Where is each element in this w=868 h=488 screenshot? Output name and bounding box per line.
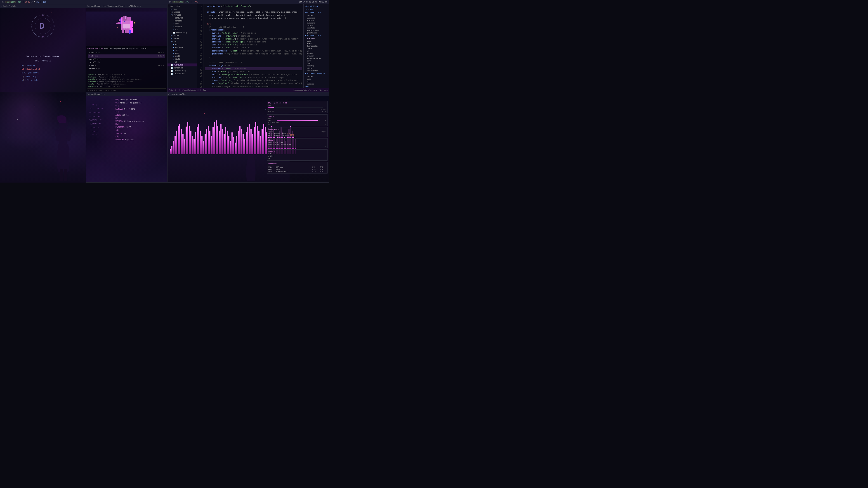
ft-profiles[interactable]: ▼ profiles [167,13,197,17]
link-history[interactable]: [S h] [History] [20,71,66,74]
ft-hardware[interactable]: ▶ hardware [167,46,197,49]
editor-filetree[interactable]: ▼ .dotfiles ▶ .git ▶ patches ▼ profiles … [167,4,197,88]
link-search[interactable]: [o] [Search] [20,64,66,67]
link-close-tab[interactable]: [x] [Close tab] [20,78,66,82]
ft-item-label: flake.nix [174,64,183,66]
temp-val-label: Temp(°) [321,131,327,132]
outline-item[interactable]: spawnEditor [304,70,329,72]
proc-mem-3: 0.1% [320,170,327,172]
ft-personal[interactable]: ▶ personal [167,20,197,22]
outline-item-theme[interactable]: theme [304,47,329,50]
ft-themes[interactable]: ▶ themes [167,37,197,40]
proc-cpu: CPU% [312,165,319,167]
ft-flake-nix[interactable]: 📄 flake.nix [167,64,197,66]
ft-shell[interactable]: ▶ shell [167,55,197,58]
outline-item[interactable]: name [304,78,329,80]
temp-device-label: Device [268,131,273,132]
outline-item[interactable]: src [304,80,329,83]
outline-item[interactable]: email [304,42,329,45]
outline-item[interactable]: hostname [304,17,329,19]
file-list[interactable]: flake.lock 27.5 K flake.nix 2.26 K insta… [88,51,166,71]
outline-item[interactable]: term [304,60,329,62]
vertical-divider-1 [86,4,86,92]
folder-icon: ▶ [170,11,172,13]
outline-item[interactable]: timezone [304,22,329,24]
ft-wm[interactable]: ▶ wm [167,61,197,64]
outline-item[interactable]: fontPkg [304,65,329,67]
code-line: wm = "hyprland"; # selected window manag… [205,82,302,85]
outline-item[interactable]: wm [304,50,329,52]
ft-app[interactable]: ▶ app [167,43,197,46]
filesize: 27.5 K [158,52,164,54]
ft-homelab[interactable]: ▶ home.lab [167,17,197,20]
link-quickmarks[interactable]: [b] [Quickmarks] [20,67,66,71]
outline-item-username[interactable]: username [304,37,329,40]
cpu-stats-row: 0s 0% CPU like [268,109,327,110]
svg-rect-15 [124,21,125,22]
ft-style[interactable]: ▶ style [167,58,197,61]
code-line: systemSettings = { [205,29,302,31]
ft-git[interactable]: ▶ .git [167,8,197,11]
file-item-flake-nix[interactable]: flake.nix 2.26 K [88,55,165,58]
fm-title-text: emmet@snowfire: /home/emmet/.dotfiles/fl… [90,5,141,7]
ft-patches[interactable]: ▶ patches [167,11,197,13]
link-new-tab[interactable]: [t] [New tab] [20,75,66,78]
editor-outline[interactable]: description outputs systemSettings syste… [303,4,329,88]
ft-worklab[interactable]: ▶ worklab [167,25,197,28]
outline-item[interactable]: bootMode [304,27,329,29]
file-item-install-sh[interactable]: install.sh [88,61,165,64]
mem-usage: 100% [25,1,30,3]
code-line: nix-straight, stylix, blocklist-hosts, h… [205,14,302,17]
ft-root[interactable]: ▼ .dotfiles [167,5,197,8]
ft-user[interactable]: ▼ user [167,40,197,43]
status-top: Top [203,89,206,91]
ft-install-sh[interactable]: 📄 install.sh [167,72,197,75]
outline-item[interactable]: editor [304,67,329,70]
cpu-usage: 20% [18,1,21,3]
net-idle: 0% [268,158,327,160]
ft-harden[interactable]: 📄 harden.sh [167,66,197,69]
ft-install-org[interactable]: 📄 install.org [167,69,197,72]
terminal-command: nix-community/scripts re rapidash -f gal… [104,47,147,50]
outline-item[interactable]: wmType [304,52,329,55]
file-icon: 📄 [170,64,173,66]
proc-pid-1: 2520 [268,167,275,169]
proc-name-1: Hyprland [276,167,311,169]
ft-readme-profiles[interactable]: 📄 README.org [167,31,197,34]
ft-system[interactable]: ▶ system [167,34,197,37]
browser-content: D Welcome to Qutebrowser Tech Profile [o… [0,8,86,92]
file-item-flake-lock[interactable]: flake.lock 27.5 K [88,51,165,55]
file-item-install-org[interactable]: install.org [88,58,165,61]
code-line: grubDevice = ""; # device identifier for… [205,53,302,55]
ft-wsl[interactable]: ▶ wsl [167,28,197,31]
network-title: Network [268,151,327,152]
fm-titlebar: ⬡ emmet@snowfire: /home/emmet/.dotfiles/… [86,4,167,8]
proc-row-3: 1316 pipewire-pu... 0.1% 0.1% [268,170,327,172]
outline-item[interactable]: defaultRoamDir [304,57,329,60]
outline-item[interactable]: locale [304,24,329,27]
ft-work[interactable]: ▶ work [167,22,197,25]
outline-item[interactable]: system [304,75,329,78]
outline-item[interactable]: patches [304,83,329,85]
outline-item[interactable]: grubDevice [304,32,329,34]
code-editor[interactable]: description = "Flake of LibrePhoenix"; o… [204,4,303,88]
outline-item[interactable]: browser [304,55,329,57]
editor-code-area[interactable]: 12345 678910 1112131415 1617181920 21222… [197,4,303,88]
ft-item-label: themes [173,37,179,39]
ft-item-label: install.org [174,70,186,72]
outline-item[interactable]: name [304,40,329,42]
outline-item[interactable]: font [304,62,329,65]
outline-item[interactable]: system [304,14,329,17]
file-item-license[interactable]: LICENSE 34.2 K [88,64,165,67]
memory-title: Memory [268,116,327,117]
editor-panel[interactable]: ◻ emmet@snowfire /home/emmet/.dotfiles/f… [167,0,329,92]
file-item-readme[interactable]: README.org [88,67,165,70]
vis-bar-33 [222,129,223,155]
outline-item[interactable]: dotfilesDir [304,45,329,47]
cpu-title: CPU - 1.53 1.14 0.78 [268,102,327,104]
outline-item[interactable]: profile [304,19,329,22]
ft-pkgs[interactable]: ▶ pkgs [167,52,197,55]
code-line: bootMode = "uefi"; # uefi or bios [205,46,302,49]
outline-item[interactable]: bootMountPath [304,29,329,32]
ft-lang[interactable]: ▶ lang [167,49,197,52]
